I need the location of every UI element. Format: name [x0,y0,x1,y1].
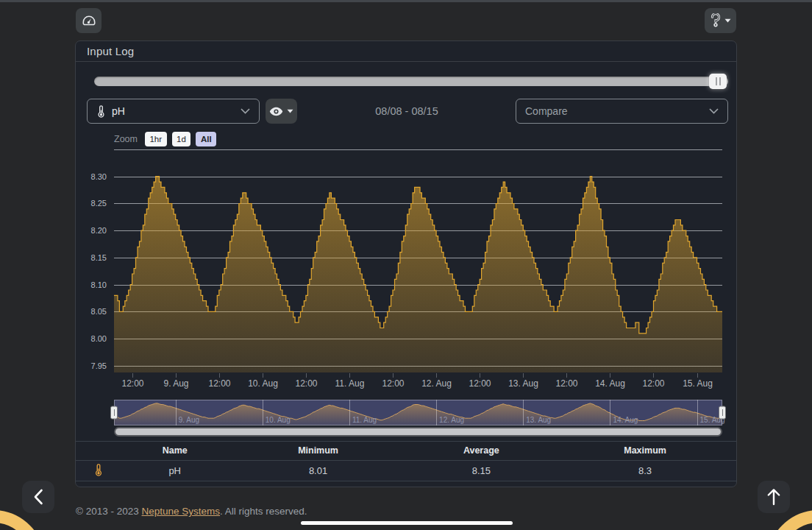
svg-text:14. Aug: 14. Aug [613,416,638,424]
date-range-label: 08/08 - 08/15 [296,105,517,117]
probe-select-value: pH [112,105,125,117]
copyright-footer: © 2013 - 2023 Neptune Systems. All right… [76,506,307,517]
svg-text:13. Aug: 13. Aug [526,416,551,424]
copyright-suffix: . All rights reserved. [220,506,307,517]
svg-text:11. Aug: 11. Aug [352,416,377,424]
compare-select-placeholder: Compare [525,105,568,117]
corner-ring-left [0,510,46,530]
chevron-down-icon [241,108,250,114]
svg-text:12:00: 12:00 [121,378,143,389]
corner-ring-right [766,510,812,530]
svg-text:7.95: 7.95 [91,361,107,370]
row-average: 8.15 [409,461,555,481]
back-button[interactable] [22,481,54,513]
eye-icon [269,107,283,116]
stats-header-minimum: Minimum [228,442,409,461]
gauge-icon [81,13,97,29]
svg-text:12:00: 12:00 [382,378,404,389]
row-minimum: 8.01 [228,461,409,481]
input-log-card: Input Log pH 08/ [75,40,737,487]
card-header: Input Log [76,41,736,62]
svg-text:10. Aug: 10. Aug [248,378,278,389]
svg-text:12. Aug: 12. Aug [421,378,452,389]
svg-text:8.00: 8.00 [91,334,107,343]
x-axis-labels: 12:009. Aug12:0010. Aug12:0011. Aug12:00… [121,378,712,389]
svg-text:12:00: 12:00 [469,378,491,389]
dashboard-button[interactable] [76,8,102,33]
slider-handle[interactable] [709,74,727,89]
ph-series-area [114,177,722,372]
stats-header-average: Average [409,442,555,461]
question-icon [710,13,721,28]
stats-header-name: Name [122,442,228,461]
svg-text:15. Aug: 15. Aug [683,378,713,389]
svg-text:14. Aug: 14. Aug [595,378,625,389]
stats-table: Name Minimum Average Maximum [76,441,736,481]
visibility-menu-button[interactable] [266,99,297,124]
home-indicator[interactable] [301,521,513,525]
chart-scrollbar-thumb[interactable] [115,428,721,435]
help-menu-button[interactable] [705,8,736,33]
svg-text:9. Aug: 9. Aug [179,416,199,424]
chevron-down-icon [709,108,719,114]
row-icon-cell [76,461,122,481]
y-axis-labels: 8.308.258.208.158.108.058.007.95 [91,172,107,370]
row-name: pH [122,461,228,481]
arrow-up-icon [766,488,781,506]
svg-text:11. Aug: 11. Aug [335,378,365,389]
svg-text:8.05: 8.05 [91,307,107,316]
scroll-to-top-button[interactable] [758,481,790,513]
svg-text:12:00: 12:00 [642,378,664,389]
row-maximum: 8.3 [554,461,736,481]
svg-text:12:00: 12:00 [555,378,577,389]
top-strip [0,0,812,2]
stats-header-maximum: Maximum [554,442,736,461]
thermometer-icon [94,464,103,476]
svg-text:8.25: 8.25 [91,199,107,208]
thermometer-icon [96,105,106,118]
svg-text:8.20: 8.20 [91,226,107,235]
table-row[interactable]: pH 8.01 8.15 8.3 [76,461,736,481]
time-scroll-slider[interactable] [94,77,728,86]
neptune-systems-link[interactable]: Neptune Systems [142,506,221,517]
svg-text:12:00: 12:00 [295,378,317,389]
compare-select[interactable]: Compare [516,99,728,124]
copyright-prefix: © 2013 - 2023 [76,506,142,517]
chevron-left-icon [32,489,44,505]
stats-header-row: Name Minimum Average Maximum [76,442,736,461]
svg-text:9. Aug: 9. Aug [163,378,188,389]
svg-text:8.15: 8.15 [91,253,107,262]
probe-select[interactable]: pH [87,99,260,124]
svg-text:8.30: 8.30 [91,172,107,181]
svg-text:13. Aug: 13. Aug [508,378,538,389]
svg-text:8.10: 8.10 [91,280,107,289]
svg-text:12. Aug: 12. Aug [439,416,464,424]
page-title: Input Log [87,45,134,57]
stats-header-icon-col [76,442,122,461]
svg-text:10. Aug: 10. Aug [266,416,291,424]
ph-chart[interactable]: 8.308.258.208.158.108.058.007.9512:009. … [76,130,736,439]
svg-text:12:00: 12:00 [208,378,230,389]
caret-down-icon [724,18,731,23]
x-axis-ticks [133,373,698,378]
caret-down-icon [287,109,293,113]
